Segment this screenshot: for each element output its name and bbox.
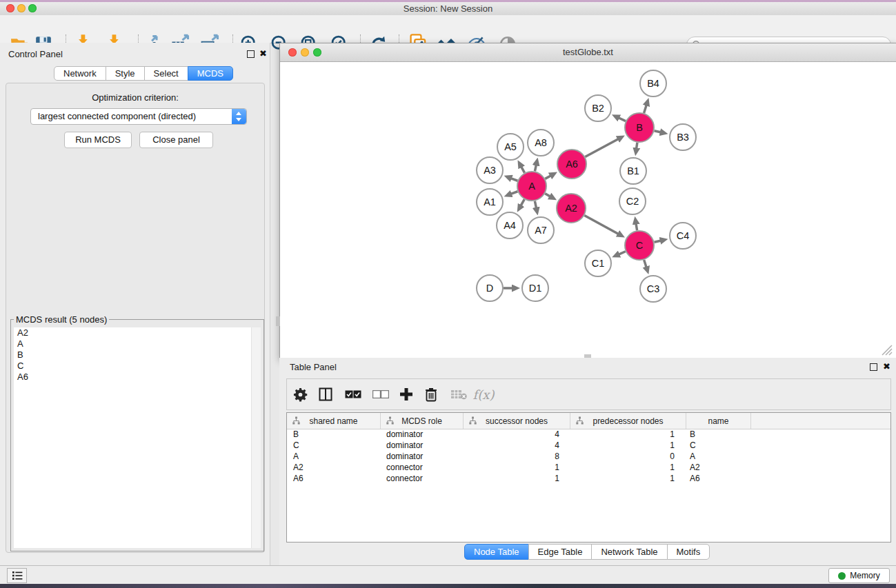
- graph-node-label: C4: [677, 230, 690, 241]
- graph-edge-A-A5[interactable]: [521, 166, 524, 173]
- column-header-shared-name[interactable]: shared name: [287, 413, 381, 429]
- graph-edge-A-A4[interactable]: [521, 199, 525, 206]
- tab-select[interactable]: Select: [144, 66, 188, 81]
- column-header-MCDS-role[interactable]: MCDS role: [381, 413, 464, 429]
- tab-edge-table[interactable]: Edge Table: [528, 544, 593, 560]
- table-row[interactable]: Bdominator41B: [287, 429, 890, 440]
- graph-edge-C-C1[interactable]: [618, 252, 625, 255]
- criterion-selected-value: largest connected component (directed): [38, 109, 196, 124]
- graph-edge-A6-B[interactable]: [585, 139, 619, 156]
- column-header-successor-nodes[interactable]: successor nodes: [464, 413, 570, 429]
- tab-style[interactable]: Style: [106, 66, 145, 81]
- vertical-scrollbar-thumb[interactable]: [276, 316, 280, 326]
- delete-column-button[interactable]: [419, 379, 443, 409]
- control-panel-tabs: NetworkStyleSelectMCDS: [54, 66, 233, 81]
- desktop-bottom-strip: [0, 584, 896, 588]
- trash-icon: [425, 387, 437, 402]
- close-panel-icon[interactable]: ✖: [259, 50, 267, 57]
- mcds-result-item[interactable]: A6: [14, 372, 261, 383]
- table-cell: A2: [684, 462, 748, 473]
- mcds-result-item[interactable]: A: [14, 338, 261, 349]
- graph-node-label: B4: [647, 78, 659, 89]
- network-view-window: testGlobe.txt B4B2BB3A8A5A6A3B1AA1C2A2A4…: [279, 43, 896, 359]
- graph-edge-B-B4[interactable]: [644, 105, 647, 113]
- graph-node-label: A4: [504, 220, 516, 231]
- network-canvas[interactable]: B4B2BB3A8A5A6A3B1AA1C2A2A4A7C4CC1C3DD1: [280, 62, 895, 358]
- graph-edge-A-A6[interactable]: [545, 175, 551, 179]
- table-cell: 8: [462, 451, 568, 462]
- table-cell: A6: [287, 473, 380, 484]
- window-title: Session: New Session: [0, 3, 896, 14]
- table-cell: A: [684, 451, 748, 462]
- graph-node-label: D1: [529, 283, 542, 294]
- graph-node-label: A7: [535, 225, 547, 236]
- graph-edge-A-A7[interactable]: [535, 201, 536, 209]
- table-cell: 4: [462, 440, 568, 451]
- graph-edge-B-B2[interactable]: [618, 118, 626, 121]
- tab-mcds[interactable]: MCDS: [188, 66, 233, 81]
- resize-grip-icon[interactable]: [882, 345, 892, 355]
- plus-icon: [399, 387, 413, 401]
- column-header-name[interactable]: name: [686, 413, 751, 429]
- deselect-all-rows-button[interactable]: [369, 379, 392, 409]
- network-window-titlebar: testGlobe.txt: [280, 43, 896, 62]
- table-cell: B: [287, 429, 380, 440]
- table-row[interactable]: A2connector11A2: [287, 462, 890, 473]
- graph-edge-A-A8[interactable]: [535, 164, 536, 171]
- close-panel-button[interactable]: Close panel: [139, 132, 213, 148]
- graph-edge-C-C2[interactable]: [636, 223, 637, 231]
- mcds-result-item[interactable]: B: [14, 349, 261, 361]
- table-cell: 4: [462, 429, 568, 440]
- graph-node-label: B2: [592, 103, 604, 114]
- graph-edge-A-A3[interactable]: [510, 178, 517, 181]
- float-panel-icon[interactable]: [247, 50, 255, 58]
- table-row[interactable]: A6connector11A6: [287, 473, 890, 484]
- run-mcds-button[interactable]: Run MCDS: [64, 132, 132, 148]
- graph-edge-C-C4[interactable]: [654, 241, 661, 242]
- scrollbar-track[interactable]: [251, 327, 261, 548]
- tab-network[interactable]: Network: [54, 66, 106, 81]
- memory-label: Memory: [850, 571, 879, 580]
- graph-edge-B-B3[interactable]: [654, 131, 661, 132]
- table-row[interactable]: Adominator80A: [287, 451, 890, 462]
- memory-button[interactable]: Memory: [828, 568, 890, 583]
- tab-node-table[interactable]: Node Table: [464, 544, 529, 560]
- float-table-panel-icon[interactable]: [870, 363, 877, 371]
- show-column-button[interactable]: [314, 379, 337, 409]
- mcds-result-title: MCDS result (5 nodes): [14, 314, 109, 325]
- mcds-result-item[interactable]: A2: [14, 327, 261, 338]
- table-cell: A: [287, 451, 380, 462]
- task-history-button[interactable]: [7, 568, 27, 583]
- table-row[interactable]: Cdominator41C: [287, 440, 890, 451]
- create-column-button[interactable]: [395, 379, 418, 409]
- function-builder-button[interactable]: f(x): [472, 379, 495, 409]
- graph-edge-A-A1[interactable]: [510, 192, 517, 194]
- criterion-dropdown[interactable]: largest connected component (directed): [30, 108, 247, 125]
- delete-table-button[interactable]: [447, 379, 470, 409]
- table-cell: A6: [684, 473, 748, 484]
- graph-edge-A2-C[interactable]: [584, 216, 619, 234]
- close-table-panel-icon[interactable]: ✖: [883, 363, 890, 370]
- graph-edge-C-C3[interactable]: [644, 260, 647, 268]
- network-graph: B4B2BB3A8A5A6A3B1AA1C2A2A4A7C4CC1C3DD1: [280, 62, 895, 358]
- table-toolbar: f(x): [286, 378, 891, 410]
- graph-node-label: A2: [565, 203, 577, 214]
- column-type-icon: [468, 416, 477, 425]
- tab-network-table[interactable]: Network Table: [591, 544, 667, 560]
- mcds-pane: Optimization criterion: largest connecte…: [6, 83, 265, 553]
- gear-icon: [293, 387, 308, 402]
- tab-motifs[interactable]: Motifs: [667, 544, 710, 560]
- titlebar: Session: New Session: [0, 2, 896, 16]
- graph-edge-B-B1[interactable]: [637, 143, 637, 150]
- table-cell: connector: [380, 462, 462, 473]
- graph-node-label: A5: [504, 141, 517, 152]
- column-type-icon: [292, 416, 301, 425]
- table-settings-button[interactable]: [288, 379, 312, 409]
- column-header-predecessor-nodes[interactable]: predecessor nodes: [570, 413, 686, 429]
- graph-edge-A-A2[interactable]: [545, 194, 550, 197]
- select-all-rows-button[interactable]: [341, 379, 365, 409]
- mcds-result-list[interactable]: A2ABCA6: [14, 327, 261, 548]
- memory-status-icon: [838, 572, 846, 580]
- graph-node-label: A1: [484, 196, 496, 207]
- mcds-result-item[interactable]: C: [14, 361, 261, 372]
